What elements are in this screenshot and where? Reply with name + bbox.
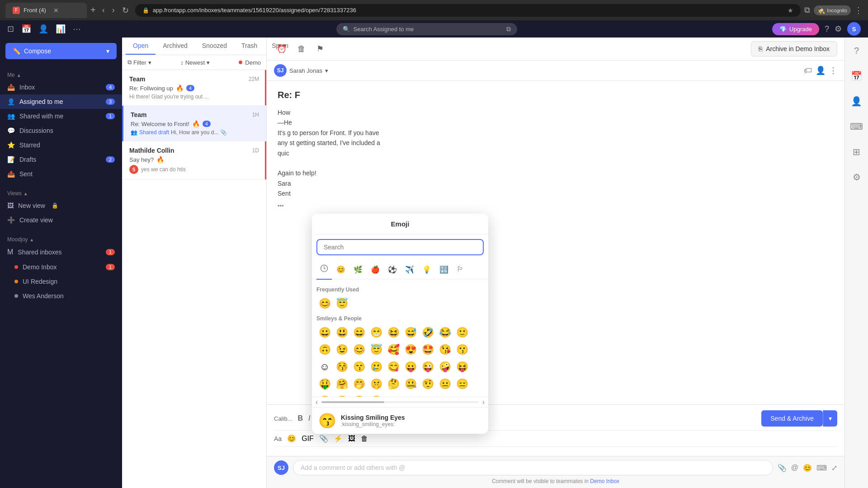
emoji-cat-flags[interactable]: 🏳 xyxy=(453,263,467,276)
emoji-s34[interactable]: 😐 xyxy=(437,376,453,392)
send-archive-btn[interactable]: Send & Archive xyxy=(761,410,823,427)
emoji-s6[interactable]: 🤣 xyxy=(420,324,436,341)
help-tips-btn[interactable]: ? xyxy=(851,43,862,59)
more-options-btn[interactable]: ⋮ xyxy=(829,66,837,75)
more-browser-btn[interactable]: ⋮ xyxy=(854,5,863,15)
emoji-s4[interactable]: 😆 xyxy=(385,324,401,341)
emoji-s35[interactable]: 😑 xyxy=(454,376,470,392)
emoji-s32[interactable]: 🤐 xyxy=(402,376,419,392)
emoji-cat-travel[interactable]: ✈️ xyxy=(401,263,418,277)
emoji-s31[interactable]: 🤔 xyxy=(385,376,401,392)
settings-icon[interactable]: ⚙ xyxy=(835,24,842,34)
conv-item-active[interactable]: Team 1H Re: Welcome to Front! 🔥 4 👥 Shar… xyxy=(122,106,266,141)
emoji-cat-nature[interactable]: 🌿 xyxy=(350,263,366,277)
emoji-s2[interactable]: 😄 xyxy=(351,324,367,341)
emoji-s39[interactable]: 🙄 xyxy=(368,393,384,397)
tab-archived[interactable]: Archived xyxy=(156,38,194,55)
comment-at-icon[interactable]: @ xyxy=(791,464,798,472)
user-avatar[interactable]: S xyxy=(847,22,861,36)
comment-inbox-link[interactable]: Demo Inbox xyxy=(590,478,619,484)
font-selector[interactable]: Calib... xyxy=(274,415,292,422)
emoji-s30[interactable]: 🤫 xyxy=(368,376,384,392)
emoji-s26[interactable]: 😝 xyxy=(454,359,470,375)
sidebar-item-assigned[interactable]: 👤 Assigned to me 3 xyxy=(0,94,122,109)
moodjoy-label[interactable]: Moodjoy ▲ xyxy=(0,233,122,244)
reload-btn[interactable]: ↻ xyxy=(119,4,132,17)
trash-reply-btn[interactable]: 🗑 xyxy=(361,435,368,443)
emoji-s0[interactable]: 😀 xyxy=(316,324,333,341)
me-label[interactable]: Me ▲ xyxy=(0,68,122,80)
emoji-cat-smileys[interactable]: 😊 xyxy=(333,263,349,277)
sidebar-item-ui-redesign[interactable]: UI Redesign xyxy=(0,274,122,289)
emoji-s33[interactable]: 🤨 xyxy=(420,376,436,392)
emoji-s28[interactable]: 🤗 xyxy=(334,376,350,392)
compose-button[interactable]: ✏️ Compose ▾ xyxy=(5,43,117,59)
font-size-btn[interactable]: Aa xyxy=(274,435,282,442)
tab-close-btn[interactable]: ✕ xyxy=(53,7,59,14)
emoji-s29[interactable]: 🤭 xyxy=(351,376,367,392)
emoji-s5[interactable]: 😅 xyxy=(402,324,419,341)
emoji-frequent-1[interactable]: 😇 xyxy=(334,296,350,312)
emoji-s9[interactable]: 🙃 xyxy=(316,342,333,358)
emoji-s20[interactable]: 😙 xyxy=(351,359,367,375)
italic-btn[interactable]: I xyxy=(308,414,310,422)
flag-btn[interactable]: ⚑ xyxy=(314,42,326,56)
lightning-btn[interactable]: ⚡ xyxy=(334,434,343,443)
assignee-selector[interactable]: SJ Sarah Jonas ▾ xyxy=(274,64,328,77)
conv-item-3[interactable]: Mathilde Collin 1D Say hey? 🔥 S yes we c… xyxy=(122,141,266,180)
send-dropdown-btn[interactable]: ▾ xyxy=(823,410,837,427)
sidebar-item-wes-anderson[interactable]: Wes Anderson xyxy=(0,289,122,303)
emoji-s25[interactable]: 🤪 xyxy=(437,359,453,375)
emoji-s22[interactable]: 😋 xyxy=(385,359,401,375)
emoji-s1[interactable]: 😃 xyxy=(334,324,350,341)
emoji-s16[interactable]: 😘 xyxy=(437,342,453,358)
comment-expand-icon[interactable]: ⤢ xyxy=(831,464,837,472)
sidebar-item-sent[interactable]: 📤 Sent xyxy=(0,167,122,181)
manage-panel-btn[interactable]: ⚙ xyxy=(850,169,863,185)
search-filter-icon[interactable]: ⧉ xyxy=(506,25,511,33)
sidebar-item-discussions[interactable]: 💬 Discussions xyxy=(0,123,122,138)
emoji-s14[interactable]: 😍 xyxy=(402,342,419,358)
sidebar-item-new-view[interactable]: 🖼 New view 🔒 xyxy=(0,198,122,213)
emoji-s27[interactable]: 🤑 xyxy=(316,376,333,392)
sidebar-item-demo-inbox[interactable]: Demo Inbox 1 xyxy=(0,260,122,274)
analytics-icon[interactable]: 📊 xyxy=(56,24,66,34)
tag-icon[interactable]: 🏷 xyxy=(804,66,812,75)
emoji-s36[interactable]: 😶 xyxy=(316,393,333,397)
emoji-s23[interactable]: 😛 xyxy=(402,359,419,375)
comment-input[interactable]: Add a comment or add others with @ xyxy=(293,460,773,475)
emoji-prev-btn[interactable]: ‹ xyxy=(316,398,318,406)
delete-btn[interactable]: 🗑 xyxy=(295,42,308,56)
new-tab-btn[interactable]: + xyxy=(90,5,96,15)
emoji-cat-recent[interactable] xyxy=(316,262,332,277)
compose-dropdown-arrow[interactable]: ▾ xyxy=(106,47,109,55)
comment-code-icon[interactable]: ⌨ xyxy=(816,464,827,472)
emoji-s10[interactable]: 😉 xyxy=(334,342,350,358)
contacts-icon[interactable]: 👤 xyxy=(38,24,48,34)
address-bar[interactable]: 🔒 app.frontapp.com/inboxes/teammates/156… xyxy=(135,4,801,17)
emoji-search-input[interactable] xyxy=(316,239,484,255)
shortcuts-panel-btn[interactable]: ⌨ xyxy=(847,118,866,135)
forward-btn[interactable]: › xyxy=(109,4,118,17)
views-label[interactable]: Views ▲ xyxy=(0,187,122,198)
apps-panel-btn[interactable]: ⊞ xyxy=(850,144,863,160)
archive-button[interactable]: ⎘ Archive in Demo Inbox xyxy=(751,41,837,56)
emoji-s7[interactable]: 😂 xyxy=(437,324,453,341)
sort-button[interactable]: ↕ Newest ▾ xyxy=(180,59,210,66)
emoji-scroll-area[interactable]: Frequently Used 😊 😇 Smileys & People 😀 😃… xyxy=(312,279,488,397)
tab-trash[interactable]: Trash xyxy=(234,38,264,55)
emoji-cat-symbols[interactable]: 🔣 xyxy=(436,263,452,277)
attach-btn[interactable]: 📎 xyxy=(319,434,328,443)
bold-btn[interactable]: B xyxy=(297,414,303,422)
emoji-btn[interactable]: 😊 xyxy=(287,434,296,443)
emoji-frequent-0[interactable]: 😊 xyxy=(316,296,333,312)
emoji-s13[interactable]: 🥰 xyxy=(385,342,401,358)
contacts-panel-btn[interactable]: 👤 xyxy=(848,93,865,109)
tab-snoozed[interactable]: Snoozed xyxy=(195,38,234,55)
gif-btn[interactable]: GIF xyxy=(302,435,314,443)
sidebar-item-create-view[interactable]: ➕ Create view xyxy=(0,213,122,227)
emoji-s38[interactable]: 😒 xyxy=(351,393,367,397)
back-btn[interactable]: ‹ xyxy=(99,4,108,17)
emoji-s3[interactable]: 😁 xyxy=(368,324,384,341)
emoji-cat-objects[interactable]: 💡 xyxy=(419,263,435,277)
